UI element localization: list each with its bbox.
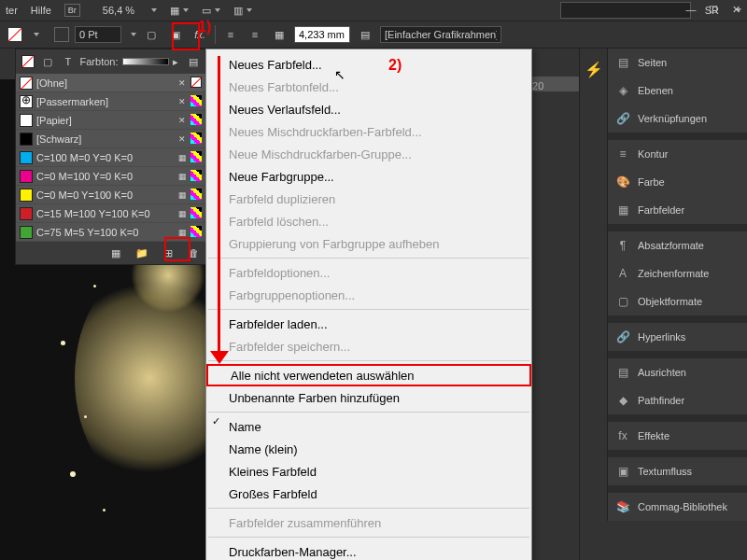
minimize-button[interactable]: — (680, 0, 702, 19)
panel-button-zeichenformate[interactable]: AZeichenformate (608, 259, 747, 287)
panel-icon: ▦ (615, 203, 630, 217)
panel-icon: 🎨 (615, 175, 630, 189)
menu-item[interactable]: Farbfelder laden... (206, 313, 531, 335)
fill-stroke-proxy[interactable] (6, 25, 24, 44)
formatting-container-icon[interactable]: ▢ (40, 52, 57, 71)
crop-icon[interactable]: ▦ (270, 25, 289, 44)
panel-button-pathfinder[interactable]: ◆Pathfinder (608, 386, 747, 414)
cmyk-icon (190, 189, 202, 200)
panel-icon: ≡ (615, 147, 630, 161)
panel-button-textumfluss[interactable]: ▣Textumfluss (608, 457, 747, 485)
cmyk-icon (190, 95, 202, 106)
panel-label: Farbe (638, 176, 665, 188)
menu-separator (208, 309, 529, 310)
search-input[interactable] (560, 2, 691, 19)
panel-button-hyperlinks[interactable]: 🔗Hyperlinks (608, 323, 747, 351)
menu-item[interactable]: Neues Farbfeld... (206, 53, 531, 76)
panel-button-farbfelder[interactable]: ▦Farbfelder (608, 196, 747, 224)
menu-item[interactable]: Unbenannte Farben hinzufügen (206, 386, 531, 409)
swatch-row[interactable]: C=0 M=0 Y=100 K=0▦ (16, 186, 205, 204)
menu-item[interactable]: Name (206, 415, 531, 438)
zoom-level[interactable]: 56,4 % (103, 5, 134, 16)
tint-arrow-icon[interactable]: ▸ (173, 56, 178, 68)
swatches-flyout-menu: Neues Farbfeld...Neues Farbtonfeld...Neu… (205, 49, 532, 560)
panel-button-effekte[interactable]: fxEffekte (608, 422, 747, 450)
panel-label: Ausrichten (638, 367, 686, 378)
panel-button-kontur[interactable]: ≡Kontur (608, 140, 747, 168)
panel-button-farbe[interactable]: 🎨Farbe (608, 168, 747, 196)
swatch-chip (20, 226, 33, 239)
panel-label: Pathfinder (638, 395, 684, 406)
panel-icon: ¶ (615, 238, 630, 253)
panel-button-absatzformate[interactable]: ¶Absatzformate (608, 231, 747, 259)
swatch-row[interactable]: C=100 M=0 Y=0 K=0▦ (16, 148, 205, 167)
flyout-menu-button[interactable]: ▤ (186, 52, 203, 71)
view-grid-icon[interactable]: ▦ (106, 244, 125, 262)
align-right-icon[interactable]: ≡ (246, 25, 264, 44)
panel-icon: 📚 (615, 499, 630, 514)
panel-button-ausrichten[interactable]: ▤Ausrichten (608, 358, 747, 386)
chevron-icon[interactable] (34, 33, 39, 36)
maximize-button[interactable]: ☐ (702, 0, 725, 19)
panel-button-seiten[interactable]: ▤Seiten (608, 49, 747, 77)
menu-item[interactable]: ter (6, 5, 18, 16)
swatch-type-icons: ✕ (176, 133, 202, 146)
swatch-chip (20, 151, 33, 164)
menu-item[interactable]: Alle nicht verwendeten auswählen (206, 364, 531, 386)
panel-label: Absatzformate (638, 240, 704, 251)
close-button[interactable]: ✕ (725, 0, 747, 19)
chevron-down-icon[interactable] (151, 8, 157, 12)
panel-button-commag-bibliothek[interactable]: 📚Commag-Bibliothek (608, 493, 747, 521)
object-style-select[interactable] (380, 26, 501, 43)
tint-slider[interactable] (122, 58, 169, 65)
swatch-chip (20, 77, 33, 90)
fill-proxy-icon[interactable] (20, 52, 36, 71)
cmyk-icon (190, 133, 202, 144)
process-icon: ▦ (176, 151, 189, 164)
swatch-row[interactable]: C=0 M=100 Y=0 K=0▦ (16, 167, 205, 186)
menu-item[interactable]: Name (klein) (206, 438, 531, 460)
menu-item[interactable]: Neue Farbgruppe... (206, 165, 531, 188)
panel-label: Farbfelder (638, 204, 684, 216)
screen-mode-icon[interactable]: ▭ (202, 1, 220, 20)
menu-item[interactable]: Neues Verlaufsfeld... (206, 98, 531, 120)
formatting-text-icon[interactable]: T (60, 52, 77, 71)
chevron-down-icon[interactable] (131, 33, 136, 36)
panel-label: Effekte (638, 430, 669, 441)
swatch-row[interactable]: [Schwarz]✕ (16, 130, 205, 148)
menu-item-help[interactable]: Hilfe (31, 5, 51, 16)
panel-label: Verknüpfungen (638, 113, 707, 124)
swatch-type-icons: ✕ (176, 95, 202, 108)
swatch-row[interactable]: C=15 M=100 Y=100 K=0▦ (16, 204, 205, 223)
panel-button-ebenen[interactable]: ◈Ebenen (608, 77, 747, 105)
swatch-name: [Passermarken] (36, 96, 172, 107)
menu-item[interactable]: Großes Farbfeld (206, 483, 531, 505)
lock-icon: ✕ (176, 114, 189, 127)
align-left-icon[interactable]: ≡ (221, 25, 240, 44)
cmyk-icon (190, 226, 202, 237)
options-icon[interactable]: ▤ (356, 25, 374, 44)
swatch-row[interactable]: [Ohne]✕ (16, 74, 205, 92)
menu-item[interactable]: Druckfarben-Manager... (206, 540, 531, 560)
width-input[interactable] (294, 26, 350, 43)
arrange-icon[interactable]: ▥ (233, 1, 252, 20)
swatch-row[interactable]: [Papier]✕ (16, 111, 205, 130)
swatch-row[interactable]: [Passermarken]✕ (16, 92, 205, 111)
swatch-chip (20, 95, 33, 108)
swatch-type-icons: ▦ (176, 189, 202, 202)
corner-icon[interactable]: ▢ (142, 25, 161, 44)
bolt-icon[interactable]: ⚡ (580, 49, 608, 90)
swatches-header: ▢ T Farbton: ▸ ▤ (16, 49, 205, 74)
menu-separator (208, 412, 529, 413)
panel-button-verknüpfungen[interactable]: 🔗Verknüpfungen (608, 105, 747, 133)
panel-button-objektformate[interactable]: ▢Objektformate (608, 287, 747, 315)
view-options-icon[interactable]: ▦ (170, 1, 189, 20)
new-folder-icon[interactable]: 📁 (133, 244, 151, 262)
bridge-button[interactable]: Br (64, 4, 80, 17)
swatch-type-icons: ▦ (176, 151, 202, 164)
window-controls: — ☐ ✕ (680, 0, 747, 19)
panel-group-separator (608, 224, 747, 231)
stroke-weight-input[interactable] (75, 26, 121, 43)
menu-item[interactable]: Kleines Farbfeld (206, 460, 531, 483)
cmyk-icon (190, 170, 202, 181)
